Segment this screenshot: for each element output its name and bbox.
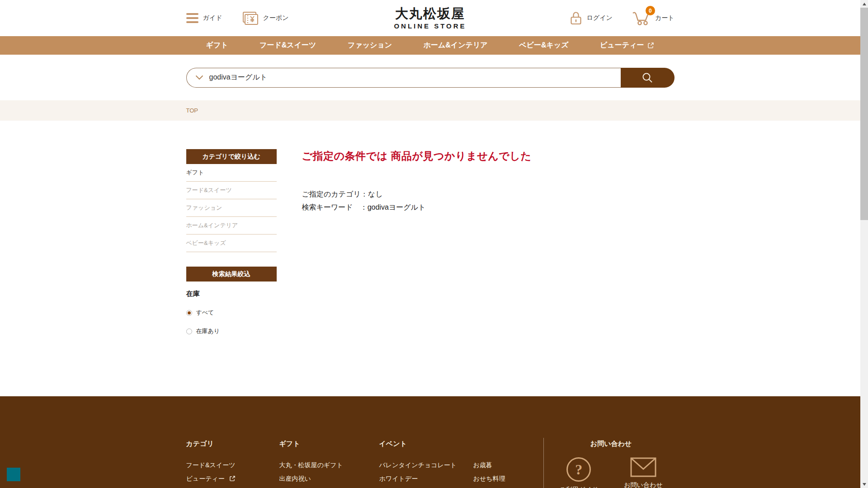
nav-item-home-interior[interactable]: ホーム&インテリア (424, 41, 488, 50)
header-left-group: ガイド クーポン (186, 11, 289, 25)
header-right-group: ログイン 0 カート (570, 10, 675, 26)
radio-unselected-icon (186, 328, 192, 334)
footer-divider (543, 438, 544, 488)
footer-column-gift: ギフト 大丸・松坂屋のギフト 出産内祝い (279, 440, 379, 488)
sidebar-category-baby-kids[interactable]: ベビー&キッズ (186, 235, 277, 252)
no-results-message: ご指定の条件では 商品が見つかりませんでした (302, 149, 532, 163)
footer-event-header: イベント (379, 440, 567, 448)
envelope-icon (630, 457, 656, 477)
cart-label: カート (655, 14, 675, 22)
guide-label: ガイド (203, 14, 222, 22)
login-label: ログイン (587, 14, 613, 22)
footer-link-valentine[interactable]: バレンタインチョコレート (379, 461, 473, 469)
login-button[interactable]: ログイン (570, 11, 613, 25)
nav-item-beauty[interactable]: ビューティー (600, 41, 655, 50)
external-link-icon (229, 475, 236, 482)
site-header: ガイド クーポン 大丸松坂屋 ONLINE ST (0, 0, 860, 36)
selected-category-line: ご指定のカテゴリ：なし (302, 188, 532, 201)
cart-icon: 0 (632, 10, 651, 26)
scrollbar-up-arrow[interactable] (860, 0, 868, 8)
refine-results-header: 検索結果絞込 (186, 267, 277, 282)
search-keyword-line: 検索キーワード ：godivaヨーグルト (302, 201, 532, 214)
accessibility-widget-button[interactable] (7, 468, 20, 481)
footer-contact-header: お問い合わせ (548, 440, 675, 448)
store-logo[interactable]: 大丸松坂屋 ONLINE STORE (394, 7, 466, 30)
store-logo-subtitle: ONLINE STORE (394, 22, 466, 29)
scrollbar-thumb[interactable] (860, 8, 868, 220)
nav-item-baby-kids[interactable]: ベビー&キッズ (519, 41, 568, 50)
chevron-down-icon[interactable] (195, 75, 203, 80)
footer-contact-section: お問い合わせ ? ご利用ガイド お問い合わせ (548, 440, 675, 488)
store-logo-title: 大丸松坂屋 (394, 7, 466, 21)
question-circle-icon: ? (566, 457, 591, 482)
footer-link-daimaru-gift[interactable]: 大丸・松坂屋のギフト (279, 461, 379, 469)
hamburger-icon (186, 13, 198, 23)
cart-count-badge: 0 (646, 6, 655, 15)
footer-link-whiteday[interactable]: ホワイトデー (379, 474, 473, 483)
footer-guide-button[interactable]: ? ご利用ガイド (560, 457, 598, 488)
browser-viewport: ガイド クーポン 大丸松坂屋 ONLINE ST (0, 0, 860, 488)
coupon-ticket-icon (241, 11, 258, 25)
radio-selected-icon (186, 310, 192, 316)
sidebar-category-food-sweets[interactable]: フード&スイーツ (186, 182, 277, 199)
vertical-scrollbar[interactable] (860, 0, 868, 488)
category-list: ギフト フード&スイーツ ファッション ホーム&インテリア ベビー&キッズ (186, 164, 277, 252)
search-section (0, 55, 860, 100)
main-content: カテゴリで絞り込む ギフト フード&スイーツ ファッション ホーム&インテリア … (0, 121, 860, 396)
guide-menu-button[interactable]: ガイド (186, 13, 222, 23)
coupon-button[interactable]: クーポン (241, 11, 288, 25)
stock-filter-label: 在庫 (186, 290, 277, 298)
footer-column-event: イベント バレンタインチョコレート ホワイトデー お歳暮 おせち料理 (379, 440, 567, 488)
external-link-icon (647, 42, 654, 49)
lock-icon (570, 11, 582, 25)
sidebar-category-gift[interactable]: ギフト (186, 164, 277, 182)
search-input[interactable] (209, 74, 621, 82)
category-filter-header: カテゴリで絞り込む (186, 149, 277, 164)
nav-item-fashion[interactable]: ファッション (348, 41, 392, 50)
search-icon (642, 72, 653, 84)
breadcrumb-bar: TOP (0, 100, 860, 121)
stock-option-in-stock[interactable]: 在庫あり (186, 327, 277, 335)
cart-button[interactable]: 0 カート (632, 10, 675, 26)
filter-sidebar: カテゴリで絞り込む ギフト フード&スイーツ ファッション ホーム&インテリア … (186, 149, 277, 335)
search-results-panel: ご指定の条件では 商品が見つかりませんでした ご指定のカテゴリ：なし 検索キーワ… (302, 149, 532, 335)
sidebar-category-fashion[interactable]: ファッション (186, 199, 277, 217)
footer-contact-button[interactable]: お問い合わせ (624, 457, 662, 488)
stock-option-all[interactable]: すべて (186, 309, 277, 317)
footer-gift-header: ギフト (279, 440, 379, 448)
main-navigation: ギフト フード&スイーツ ファッション ホーム&インテリア ベビー&キッズ ビュ… (0, 36, 860, 55)
nav-item-food-sweets[interactable]: フード&スイーツ (259, 41, 316, 50)
footer-link-food-sweets[interactable]: フード&スイーツ (186, 461, 279, 469)
footer-category-header: カテゴリ (186, 440, 279, 448)
search-input-container (186, 68, 621, 88)
footer-link-baby-celebration[interactable]: 出産内祝い (279, 474, 379, 483)
search-button[interactable] (621, 68, 675, 88)
coupon-label: クーポン (263, 14, 288, 22)
footer-link-beauty[interactable]: ビューティー (186, 474, 279, 483)
contact-link-label: お問い合わせ (624, 481, 662, 488)
scrollbar-down-arrow[interactable] (860, 480, 868, 488)
sidebar-category-home-interior[interactable]: ホーム&インテリア (186, 217, 277, 235)
guide-link-label: ご利用ガイド (560, 486, 598, 488)
site-footer: カテゴリ フード&スイーツ ビューティー (0, 396, 860, 488)
nav-item-gift[interactable]: ギフト (206, 41, 228, 50)
breadcrumb-top-link[interactable]: TOP (186, 107, 198, 114)
footer-column-category: カテゴリ フード&スイーツ ビューティー (186, 440, 279, 488)
